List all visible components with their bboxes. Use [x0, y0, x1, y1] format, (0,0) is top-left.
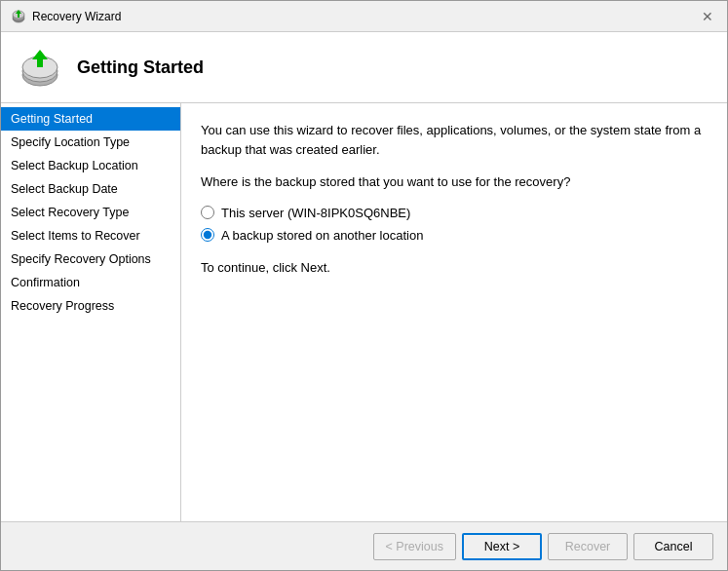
- main-body: Getting Started Specify Location Type Se…: [1, 103, 727, 521]
- intro-text: You can use this wizard to recover files…: [201, 121, 708, 159]
- radio-item-this-server: This server (WIN-8IPK0SQ6NBE): [201, 206, 708, 220]
- radio-this-server-label[interactable]: This server (WIN-8IPK0SQ6NBE): [221, 206, 410, 220]
- sidebar-item-backup-location[interactable]: Select Backup Location: [1, 154, 180, 177]
- question-text: Where is the backup stored that you want…: [201, 172, 708, 192]
- titlebar-title: Recovery Wizard: [32, 10, 121, 23]
- footer: < Previous Next > Recover Cancel: [1, 521, 727, 570]
- cancel-button[interactable]: Cancel: [633, 533, 713, 560]
- next-button[interactable]: Next >: [462, 533, 542, 560]
- recovery-wizard-dialog: Recovery Wizard ✕ Getting Started Gettin…: [0, 0, 728, 571]
- header-icon: [17, 44, 63, 91]
- sidebar-item-backup-date[interactable]: Select Backup Date: [1, 177, 180, 201]
- recover-button[interactable]: Recover: [548, 533, 628, 560]
- radio-this-server[interactable]: [201, 206, 214, 219]
- sidebar-item-recovery-options[interactable]: Specify Recovery Options: [1, 247, 180, 271]
- page-title: Getting Started: [77, 57, 204, 78]
- sidebar-item-location-type[interactable]: Specify Location Type: [1, 131, 180, 154]
- sidebar-item-items-to-recover[interactable]: Select Items to Recover: [1, 224, 180, 247]
- continue-text: To continue, click Next.: [201, 258, 708, 278]
- titlebar-left: Recovery Wizard: [11, 9, 121, 24]
- main-content: You can use this wizard to recover files…: [181, 103, 727, 521]
- titlebar-icon: [11, 9, 26, 24]
- radio-item-another-location: A backup stored on another location: [201, 228, 708, 243]
- titlebar: Recovery Wizard ✕: [1, 1, 727, 32]
- radio-group: This server (WIN-8IPK0SQ6NBE) A backup s…: [201, 206, 708, 243]
- previous-button[interactable]: < Previous: [373, 533, 456, 560]
- sidebar-item-getting-started[interactable]: Getting Started: [1, 107, 180, 131]
- sidebar-item-confirmation[interactable]: Confirmation: [1, 271, 180, 294]
- radio-another-location-label[interactable]: A backup stored on another location: [221, 228, 423, 243]
- sidebar: Getting Started Specify Location Type Se…: [1, 103, 181, 521]
- header-banner: Getting Started: [1, 32, 727, 103]
- close-button[interactable]: ✕: [698, 7, 717, 26]
- sidebar-item-recovery-progress[interactable]: Recovery Progress: [1, 294, 180, 318]
- radio-another-location[interactable]: [201, 228, 214, 242]
- sidebar-item-recovery-type[interactable]: Select Recovery Type: [1, 201, 180, 224]
